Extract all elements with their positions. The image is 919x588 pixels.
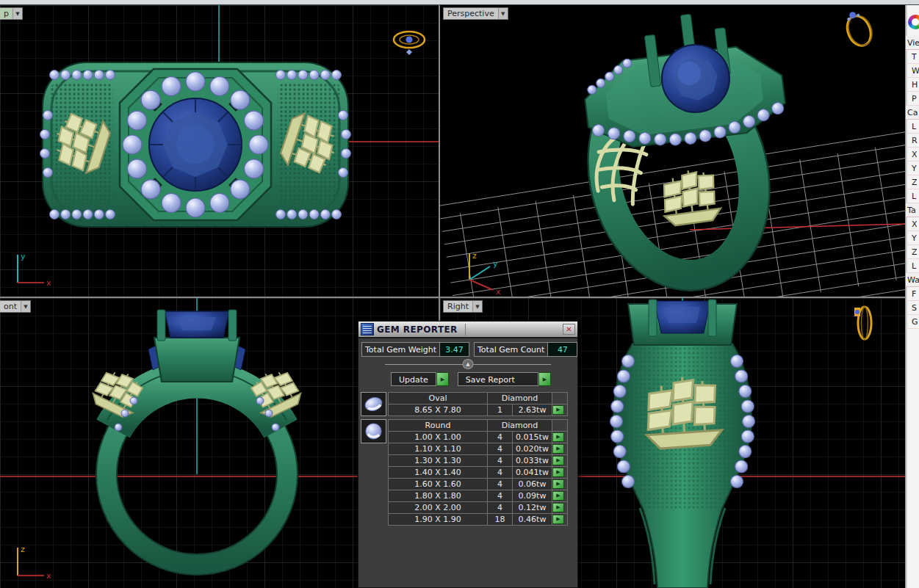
chevron-down-icon[interactable]: ▼ [12, 8, 22, 19]
viewport-divider-horizontal[interactable] [0, 297, 905, 298]
sidebar-item-4[interactable]: P [906, 92, 919, 106]
viewport-title-dropdown-right[interactable]: Right ▼ [443, 300, 483, 313]
play-icon[interactable]: ▶ [436, 372, 449, 386]
sidebar-item-13[interactable]: X [906, 217, 919, 231]
save-report-button-label[interactable]: Save Report [458, 372, 538, 386]
gem-reporter-dialog[interactable]: GEM REPORTER ✕ Total Gem Weight 3.47 Tot… [358, 321, 578, 588]
viewport-title-dropdown-front[interactable]: ont ▼ [0, 300, 31, 313]
gem-count-cell[interactable]: 4 [488, 467, 512, 478]
gem-row-play-button[interactable]: ▶ [552, 468, 564, 477]
total-weight-label: Total Gem Weight [362, 345, 439, 355]
gem-count-cell[interactable]: 4 [488, 479, 512, 490]
viewport-title-dropdown-perspective[interactable]: Perspective ▼ [443, 7, 508, 20]
gem-size-cell[interactable]: 8.65 X 7.80 [389, 404, 487, 415]
sidebar-item-20[interactable]: G [906, 315, 919, 329]
chevron-down-icon[interactable]: ▼ [472, 301, 482, 312]
gem-count-cell[interactable]: 4 [488, 432, 512, 443]
gem-row-play-button[interactable]: ▶ [552, 444, 564, 454]
update-button-label[interactable]: Update [391, 372, 436, 386]
gem-row-play-button[interactable]: ▶ [552, 456, 564, 465]
dialog-titlebar[interactable]: GEM REPORTER ✕ [358, 322, 577, 338]
axis-label-z: z [21, 545, 25, 554]
viewport-title-dropdown-top[interactable]: p ▼ [0, 7, 23, 20]
gem-size-cell[interactable]: 1.90 X 1.90 [389, 514, 487, 525]
update-button[interactable]: Update ▶ [391, 372, 449, 386]
chevron-down-icon[interactable]: ▼ [498, 8, 508, 19]
total-count-label: Total Gem Count [475, 345, 547, 355]
sidebar-item-3[interactable]: H [906, 78, 919, 92]
sidebar-item-15[interactable]: Z [906, 245, 919, 259]
properties-panel[interactable]: VieTWHPCaLRXYZLTaXYZLWaFSG [905, 5, 919, 588]
gem-weight-cell[interactable]: 0.09tw [513, 490, 552, 501]
gem-reporter-icon [361, 323, 374, 335]
gem-row-play-button[interactable]: ▶ [552, 432, 564, 442]
gem-count-cell[interactable]: 18 [488, 514, 512, 525]
gem-row-play-button[interactable]: ▶ [552, 479, 564, 489]
gem-weight-cell[interactable]: 0.06tw [513, 479, 552, 490]
collapse-divider: ▲ [358, 359, 577, 371]
gem-size-cell[interactable]: 1.00 X 1.00 [389, 432, 487, 443]
sidebar-item-10[interactable]: Z [906, 175, 919, 189]
gem-row-play-button[interactable]: ▶ [552, 405, 564, 415]
sidebar-item-16[interactable]: L [906, 259, 919, 273]
gem-count-cell[interactable]: 4 [488, 455, 512, 466]
gem-weight-cell[interactable]: 0.46tw [513, 514, 552, 525]
sidebar-item-11[interactable]: L [906, 189, 919, 203]
round-gem-icon[interactable] [361, 419, 386, 443]
gem-weight-cell[interactable]: 2.63tw [513, 404, 552, 415]
gem-size-cell[interactable]: 1.30 X 1.30 [389, 455, 487, 466]
gem-row-play-button[interactable]: ▶ [552, 503, 564, 512]
sidebar-item-6[interactable]: L [906, 120, 919, 134]
gem-size-cell[interactable]: 2.00 X 2.00 [389, 502, 487, 513]
sidebar-item-1[interactable]: T [906, 50, 919, 64]
gem-count-cell[interactable]: 4 [488, 490, 512, 501]
save-report-button[interactable]: Save Report ▶ [458, 372, 551, 386]
total-count-value: 47 [547, 343, 577, 356]
sidebar-item-14[interactable]: Y [906, 231, 919, 245]
gem-size-cell[interactable]: 1.80 X 1.80 [389, 490, 487, 501]
sidebar-item-17[interactable]: Wa [906, 273, 919, 287]
gem-weight-cell[interactable]: 0.020tw [513, 443, 552, 454]
gem-size-cell[interactable]: 1.60 X 1.60 [389, 479, 487, 490]
viewport-title-label: p [0, 9, 12, 18]
gem-weight-cell[interactable]: 0.12tw [513, 502, 552, 513]
total-gem-weight: Total Gem Weight 3.47 [361, 342, 469, 357]
viewport-perspective[interactable]: z y x Perspective ▼ [440, 5, 905, 297]
viewport-top-canvas[interactable]: y x [0, 5, 439, 297]
play-icon[interactable]: ▶ [538, 372, 551, 386]
sidebar-item-list: VieTWHPCaLRXYZLTaXYZLWaFSG [906, 36, 919, 329]
sidebar-item-18[interactable]: F [906, 287, 919, 301]
gem-count-cell[interactable]: 4 [488, 502, 512, 513]
dialog-buttons: Update ▶ Save Report ▶ [391, 372, 577, 386]
collapse-button[interactable]: ▲ [463, 359, 474, 369]
sidebar-item-7[interactable]: R [906, 134, 919, 148]
axis-label-x: x [496, 287, 501, 297]
sidebar-item-8[interactable]: X [906, 148, 919, 161]
axis-label-y: y [21, 252, 26, 261]
gem-count-cell[interactable]: 1 [488, 404, 512, 415]
gem-size-cell[interactable]: 1.40 X 1.40 [389, 467, 487, 478]
sidebar-item-5[interactable]: Ca [906, 106, 919, 120]
gem-row-play-button[interactable]: ▶ [552, 515, 564, 524]
gem-weight-cell[interactable]: 0.015tw [513, 432, 552, 443]
gem-weight-cell[interactable]: 0.033tw [513, 455, 552, 466]
titlebar-divider [465, 324, 466, 335]
sidebar-item-9[interactable]: Y [906, 161, 919, 175]
gem-weight-cell[interactable]: 0.041tw [513, 467, 552, 478]
color-wheel-icon [908, 15, 919, 29]
sidebar-item-12[interactable]: Ta [906, 203, 919, 217]
gem-count-cell[interactable]: 4 [488, 443, 512, 454]
sidebar-item-19[interactable]: S [906, 301, 919, 315]
close-icon[interactable]: ✕ [563, 324, 575, 335]
total-weight-value: 3.47 [439, 343, 469, 356]
chevron-down-icon[interactable]: ▼ [21, 301, 30, 312]
viewport-top[interactable]: y x p ▼ [0, 5, 439, 297]
sidebar-item-0[interactable]: Vie [906, 36, 919, 50]
viewport-title-label: ont [0, 302, 21, 311]
window-top-edge [0, 0, 919, 5]
oval-gem-icon[interactable] [361, 392, 386, 416]
viewport-perspective-canvas[interactable]: z y x [440, 5, 905, 297]
gem-size-cell[interactable]: 1.10 X 1.10 [389, 443, 487, 454]
sidebar-item-2[interactable]: W [906, 64, 919, 78]
gem-row-play-button[interactable]: ▶ [552, 491, 564, 501]
